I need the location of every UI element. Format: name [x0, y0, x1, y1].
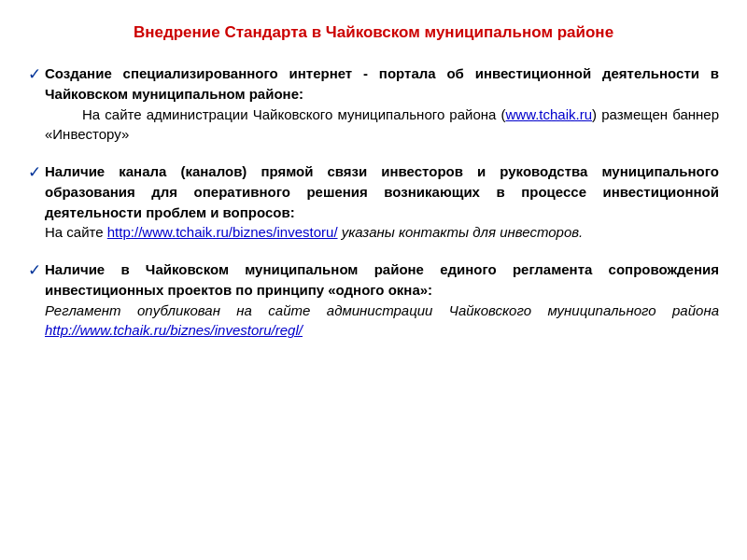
link-tchaik-1[interactable]: www.tchaik.ru — [506, 106, 593, 122]
section-3-heading: Наличие в Чайковском муниципальном район… — [45, 261, 719, 298]
checkmark-icon-1: ✓ — [28, 64, 41, 84]
section-3: ✓ Наличие в Чайковском муниципальном рай… — [28, 259, 719, 341]
section-2: ✓ Наличие канала (каналов) прямой связи … — [28, 161, 719, 243]
section-1-body-text: На сайте администрации Чайковского муниц… — [45, 105, 719, 146]
link-biznes-investoru[interactable]: http://www.tchaik.ru/biznes/investoru/ — [107, 224, 338, 240]
section-1: ✓ Создание специализированного интернет … — [28, 63, 719, 145]
checkmark-icon-3: ✓ — [28, 260, 41, 280]
section-2-body: На сайте http://www.tchaik.ru/biznes/inv… — [45, 224, 583, 240]
section-1-content: Создание специализированного интернет - … — [45, 63, 719, 145]
section-3-content: Наличие в Чайковском муниципальном район… — [45, 259, 719, 341]
page-title: Внедрение Стандарта в Чайковском муницип… — [28, 22, 719, 43]
section-1-heading: Создание специализированного интернет - … — [45, 65, 719, 102]
section-2-italic: указаны контакты для инвесторов. — [338, 224, 584, 240]
page: Внедрение Стандарта в Чайковском муницип… — [0, 0, 747, 560]
section-2-heading: Наличие канала (каналов) прямой связи ин… — [45, 163, 719, 220]
link-biznes-regl[interactable]: http://www.tchaik.ru/biznes/investoru/re… — [45, 322, 303, 338]
checkmark-icon-2: ✓ — [28, 162, 41, 182]
section-3-body: Регламент опубликован на сайте администр… — [45, 302, 719, 339]
section-1-body: На сайте администрации Чайковского муниц… — [45, 105, 719, 146]
section-2-content: Наличие канала (каналов) прямой связи ин… — [45, 161, 719, 243]
